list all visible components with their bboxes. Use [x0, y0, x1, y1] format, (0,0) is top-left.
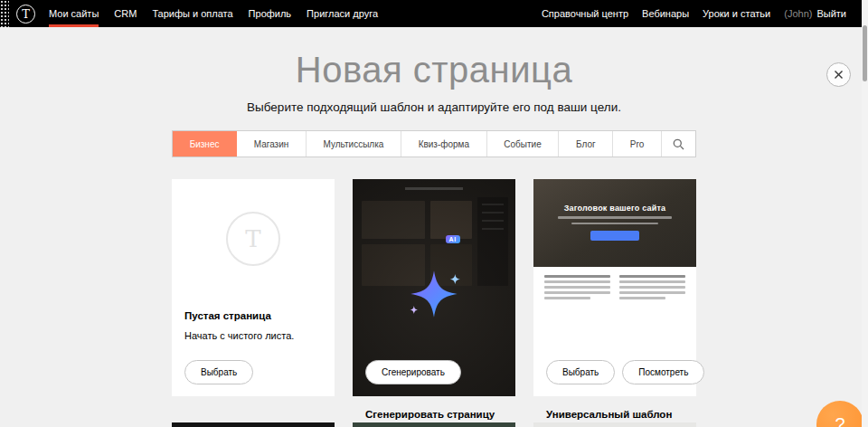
card-actions: Сгенерировать [365, 360, 461, 384]
placeholder-line [619, 291, 685, 294]
tab-quiz-form[interactable]: Квиз-форма [401, 131, 487, 157]
blank-preview-wrap: T [172, 179, 335, 298]
card-title: Универсальный шаблон [546, 409, 684, 420]
placeholder-line [544, 291, 610, 294]
card-blank-page-body: Пустая страница Начать с чистого листа. [172, 298, 335, 343]
close-icon [834, 70, 844, 80]
template-hero: Заголовок вашего сайта [533, 179, 696, 267]
new-page-screen: Новая страница Выберите подходящий шабло… [0, 50, 868, 427]
help-button[interactable]: ? [816, 401, 863, 427]
nav-help-center[interactable]: Справочный центр [542, 8, 628, 19]
placeholder-line [619, 280, 685, 283]
nav-my-sites[interactable]: Мои сайты [49, 0, 99, 27]
placeholder-line [619, 286, 685, 289]
tab-business[interactable]: Бизнес [173, 131, 237, 157]
placeholder-line [544, 280, 610, 283]
tilda-logo[interactable]: T [16, 5, 35, 24]
template-category-tabs: Бизнес Магазин Мультиссылка Квиз-форма С… [172, 130, 696, 157]
ai-badge: AI [446, 235, 460, 243]
nav-crm[interactable]: CRM [114, 0, 137, 27]
close-button[interactable] [826, 62, 851, 87]
card-partial[interactable] [172, 422, 335, 427]
template-hero-heading: Заголовок вашего сайта [533, 179, 696, 213]
template-cards-grid: T Пустая страница Начать с чистого листа… [172, 179, 696, 396]
card-template-body: Универсальный шаблон Универсальная стран… [533, 396, 696, 427]
card-title: Сгенерировать страницу [365, 409, 503, 420]
tilda-logo-letter: T [22, 7, 30, 21]
nav-webinars[interactable]: Вебинары [642, 8, 689, 19]
scrollbar[interactable] [862, 0, 868, 427]
tab-event[interactable]: Событие [487, 131, 560, 157]
user-name: (John) [784, 8, 812, 19]
placeholder-line [619, 275, 685, 278]
edge-texture [0, 0, 9, 27]
card-universal-template[interactable]: Заголовок вашего сайта [533, 179, 696, 396]
scrollbar-thumb[interactable] [863, 25, 867, 81]
tilda-watermark-letter: T [245, 225, 260, 252]
help-button-label: ? [835, 414, 844, 427]
choose-blank-button[interactable]: Выбрать [184, 360, 253, 384]
nav-lessons-articles[interactable]: Уроки и статьи [703, 8, 770, 19]
card-title: Пустая страница [184, 310, 322, 321]
choose-template-button[interactable]: Выбрать [546, 360, 615, 384]
tab-blog[interactable]: Блог [559, 131, 613, 157]
card-blank-page-preview: T [172, 179, 335, 298]
nav-plans-payment[interactable]: Тарифы и оплата [152, 0, 232, 27]
card-actions: Выбрать [184, 360, 253, 384]
placeholder-line [619, 297, 665, 299]
tilda-watermark-icon: T [226, 212, 280, 266]
card-ai-body: Сгенерировать страницу Создать страницу … [353, 396, 515, 427]
main-nav: Мои сайты CRM Тарифы и оплата Профиль Пр… [49, 0, 378, 27]
placeholder-line [544, 297, 590, 299]
template-hero-button [590, 231, 639, 241]
search-icon [673, 138, 684, 150]
nav-profile[interactable]: Профиль [249, 0, 292, 27]
ai-sparkle-icon [402, 262, 466, 326]
template-text-section [533, 267, 696, 302]
tab-shop[interactable]: Магазин [237, 131, 307, 157]
placeholder-line [544, 286, 610, 289]
tab-pro[interactable]: Pro [613, 131, 662, 157]
placeholder-line [571, 223, 658, 225]
text-placeholder-column [619, 275, 685, 302]
page-title: Новая страница [0, 50, 868, 90]
card-ai-generate[interactable]: AI Сгенерировать страницу Создать страни… [353, 179, 515, 396]
tab-search[interactable] [662, 131, 695, 157]
card-blank-page[interactable]: T Пустая страница Начать с чистого листа… [172, 179, 335, 396]
generate-button[interactable]: Сгенерировать [365, 360, 461, 384]
secondary-nav: Справочный центр Вебинары Уроки и статьи… [542, 8, 846, 19]
nav-invite-friend[interactable]: Пригласи друга [307, 0, 378, 27]
card-description: Начать с чистого листа. [184, 329, 322, 343]
placeholder-line [558, 216, 672, 219]
page-subtitle: Выберите подходящий шаблон и адаптируйте… [0, 100, 868, 116]
text-placeholder-column [544, 275, 610, 302]
top-navigation-bar: T Мои сайты CRM Тарифы и оплата Профиль … [0, 0, 868, 27]
placeholder-line [544, 275, 610, 278]
logout-link[interactable]: Выйти [816, 8, 846, 19]
card-actions: Выбрать Посмотреть [546, 360, 704, 384]
preview-template-button[interactable]: Посмотреть [622, 360, 704, 384]
tab-multilink[interactable]: Мультиссылка [307, 131, 401, 157]
